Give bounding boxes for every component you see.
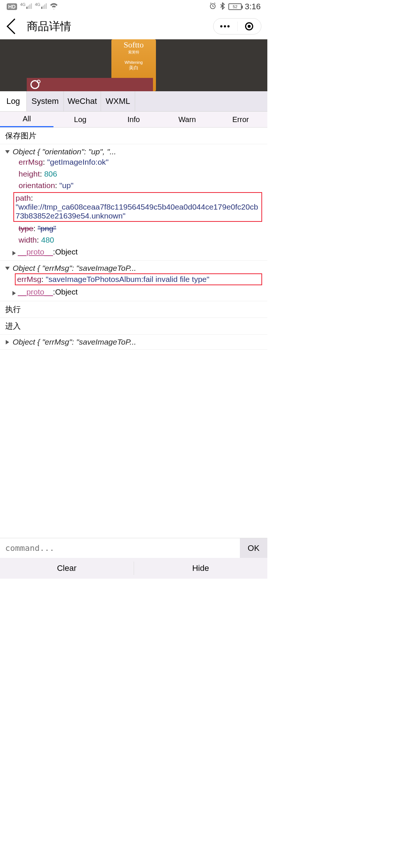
signal-icon-2 — [41, 3, 47, 9]
highlight-path: path: "wxfile://tmp_ca608ceaa7f8c1195645… — [13, 192, 262, 222]
page-title: 商品详情 — [27, 19, 213, 34]
disclosure-icon[interactable] — [13, 291, 16, 296]
status-bar: HD 4G 4G 52 3:16 — [0, 0, 267, 13]
signal-icon-1 — [26, 3, 32, 9]
command-input[interactable] — [0, 538, 240, 558]
alarm-icon — [209, 2, 216, 11]
log-object-1[interactable]: Object { "orientation": "up", "... errMs… — [0, 144, 267, 261]
disclosure-icon[interactable] — [5, 267, 10, 270]
ribbon-overlay — [27, 78, 153, 91]
console-log-pane[interactable]: 保存图片 Object { "orientation": "up", "... … — [0, 128, 267, 538]
command-bar: OK — [0, 538, 267, 558]
disclosure-icon[interactable] — [6, 340, 9, 344]
log-entry[interactable]: 保存图片 — [0, 128, 267, 144]
close-miniapp-button[interactable] — [238, 22, 261, 30]
tab-spacer — [135, 91, 267, 111]
filter-all[interactable]: All — [0, 112, 53, 127]
nav-bar: 商品详情 ••• — [0, 13, 267, 39]
log-object-3[interactable]: Object { "errMsg": "saveImageToP... — [0, 335, 267, 350]
hide-button[interactable]: Hide — [134, 558, 268, 579]
object-summary: Object { "errMsg": "saveImageToP... — [13, 264, 136, 273]
network-4g-label-2: 4G — [35, 2, 40, 7]
log-entry[interactable]: 执行 — [0, 301, 267, 318]
log-object-2[interactable]: Object { "errMsg": "saveImageToP... errM… — [0, 261, 267, 301]
more-icon[interactable]: ••• — [213, 22, 237, 31]
disclosure-icon[interactable] — [5, 150, 10, 154]
tab-log[interactable]: Log — [0, 91, 27, 111]
status-time: 3:16 — [245, 2, 261, 11]
log-entry[interactable]: 进入 — [0, 318, 267, 335]
object-summary: Object { "orientation": "up", "... — [13, 147, 116, 156]
clear-button[interactable]: Clear — [0, 558, 134, 579]
filter-log[interactable]: Log — [53, 112, 107, 127]
product-banner: Softto 索芙特 Whitening 美白 — [0, 39, 267, 91]
hd-icon: HD — [7, 3, 17, 10]
filter-info[interactable]: Info — [107, 112, 160, 127]
ribbon-logo-icon — [30, 80, 39, 89]
back-icon[interactable] — [7, 19, 22, 34]
tab-wxml[interactable]: WXML — [101, 91, 135, 111]
ok-button[interactable]: OK — [240, 538, 267, 558]
miniapp-capsule: ••• — [213, 18, 261, 34]
highlight-errmsg: errMsg: "saveImageToPhotosAlbum:fail inv… — [15, 273, 262, 285]
log-filter-tabs: All Log Info Warn Error — [0, 112, 267, 128]
target-icon — [245, 22, 253, 30]
bottom-actions: Clear Hide — [0, 558, 267, 579]
disclosure-icon[interactable] — [13, 251, 16, 255]
filter-error[interactable]: Error — [214, 112, 267, 127]
bluetooth-icon — [219, 2, 225, 11]
filter-warn[interactable]: Warn — [160, 112, 214, 127]
devtool-tabs: Log System WeChat WXML — [0, 91, 267, 112]
object-summary: Object { "errMsg": "saveImageToP... — [13, 338, 136, 346]
tab-system[interactable]: System — [27, 91, 64, 111]
network-4g-label-1: 4G — [20, 2, 26, 7]
tab-wechat[interactable]: WeChat — [64, 91, 101, 111]
battery-icon: 52 — [228, 3, 242, 10]
wifi-icon — [50, 3, 58, 11]
